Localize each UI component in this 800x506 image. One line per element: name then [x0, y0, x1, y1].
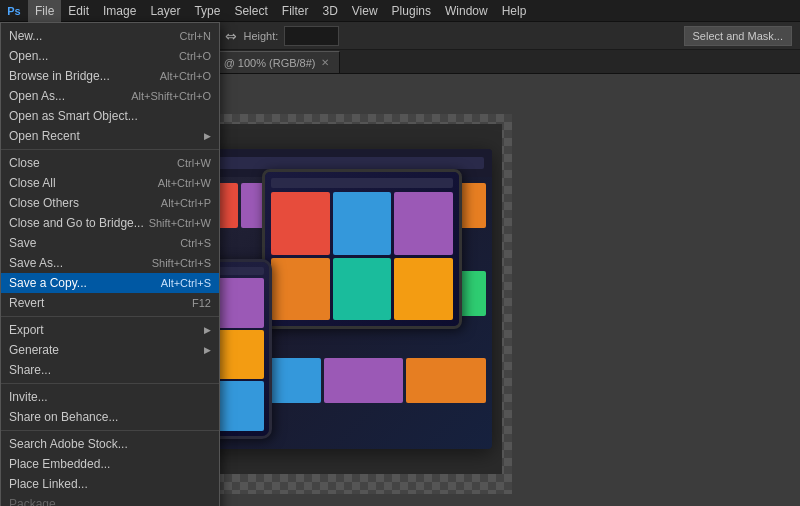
menu-browse-shortcut: Alt+Ctrl+O [160, 70, 211, 82]
menu-open-label: Open... [9, 49, 48, 63]
phone-card-3 [217, 278, 264, 328]
menu-close-bridge[interactable]: Close and Go to Bridge... Shift+Ctrl+W [1, 213, 219, 233]
select-mask-button[interactable]: Select and Mask... [684, 26, 793, 46]
menu-revert-shortcut: F12 [192, 297, 211, 309]
tablet-card-1 [271, 192, 330, 255]
menu-sep-1 [1, 149, 219, 150]
menu-save[interactable]: Save Ctrl+S [1, 233, 219, 253]
menu-invite-label: Invite... [9, 390, 48, 404]
menu-sharebehance-label: Share on Behance... [9, 410, 118, 424]
ps-logo: Ps [4, 0, 24, 22]
menu-bar: Ps File Edit Image Layer Type Select Fil… [0, 0, 800, 22]
tablet-header [271, 178, 453, 188]
menu-share[interactable]: Share... [1, 360, 219, 380]
export-arrow: ▶ [204, 325, 211, 335]
menu-plugins[interactable]: Plugins [385, 0, 438, 22]
inner-card-12 [406, 358, 486, 403]
menu-3d[interactable]: 3D [315, 0, 344, 22]
menu-generate-label: Generate [9, 343, 59, 357]
menu-new[interactable]: New... Ctrl+N [1, 26, 219, 46]
menu-saveas-label: Save As... [9, 256, 63, 270]
menu-open-as[interactable]: Open As... Alt+Shift+Ctrl+O [1, 86, 219, 106]
menu-savecopy-label: Save a Copy... [9, 276, 87, 290]
menu-export-label: Export [9, 323, 44, 337]
menu-new-label: New... [9, 29, 42, 43]
menu-sep-3 [1, 383, 219, 384]
menu-revert[interactable]: Revert F12 [1, 293, 219, 313]
menu-place-linked[interactable]: Place Linked... [1, 474, 219, 494]
menu-closeall-label: Close All [9, 176, 56, 190]
menu-close-others[interactable]: Close Others Alt+Ctrl+P [1, 193, 219, 213]
menu-savecopy-shortcut: Alt+Ctrl+S [161, 277, 211, 289]
menu-package-label: Package... [9, 497, 66, 506]
openrecent-arrow: ▶ [204, 131, 211, 141]
menu-closeothers-label: Close Others [9, 196, 79, 210]
inner-card-11 [324, 358, 404, 403]
menu-closebridge-shortcut: Shift+Ctrl+W [149, 217, 211, 229]
menu-edit[interactable]: Edit [61, 0, 96, 22]
menu-save-as[interactable]: Save As... Shift+Ctrl+S [1, 253, 219, 273]
tablet-card-4 [271, 258, 330, 321]
menu-close-label: Close [9, 156, 40, 170]
menu-saveas-shortcut: Shift+Ctrl+S [152, 257, 211, 269]
menu-close-all[interactable]: Close All Alt+Ctrl+W [1, 173, 219, 193]
tablet-card-2 [333, 192, 392, 255]
file-dropdown-menu: New... Ctrl+N Open... Ctrl+O Browse in B… [0, 22, 220, 506]
phone-card-9 [217, 381, 264, 431]
menu-image[interactable]: Image [96, 0, 143, 22]
file-dropdown-overlay: New... Ctrl+N Open... Ctrl+O Browse in B… [0, 22, 220, 506]
height-input[interactable] [284, 26, 339, 46]
menu-select[interactable]: Select [227, 0, 274, 22]
menu-type[interactable]: Type [187, 0, 227, 22]
menu-placeembedded-label: Place Embedded... [9, 457, 110, 471]
menu-open[interactable]: Open... Ctrl+O [1, 46, 219, 66]
menu-close[interactable]: Close Ctrl+W [1, 153, 219, 173]
tab-close-1[interactable]: ✕ [321, 57, 329, 68]
menu-openas-shortcut: Alt+Shift+Ctrl+O [131, 90, 211, 102]
menu-package: Package... [1, 494, 219, 506]
menu-invite[interactable]: Invite... [1, 387, 219, 407]
menu-save-copy[interactable]: Save a Copy... Alt+Ctrl+S [1, 273, 219, 293]
tablet-grid [271, 192, 453, 320]
menu-save-shortcut: Ctrl+S [180, 237, 211, 249]
menu-file[interactable]: File [28, 0, 61, 22]
tablet-inner [265, 172, 459, 326]
menu-openas-label: Open As... [9, 89, 65, 103]
menu-save-label: Save [9, 236, 36, 250]
menu-closeothers-shortcut: Alt+Ctrl+P [161, 197, 211, 209]
menu-revert-label: Revert [9, 296, 44, 310]
menu-layer[interactable]: Layer [143, 0, 187, 22]
menu-view[interactable]: View [345, 0, 385, 22]
menu-browse-bridge[interactable]: Browse in Bridge... Alt+Ctrl+O [1, 66, 219, 86]
menu-sep-4 [1, 430, 219, 431]
tablet-overlay [262, 169, 462, 329]
menu-closebridge-label: Close and Go to Bridge... [9, 216, 144, 230]
tablet-card-6 [394, 258, 453, 321]
phone-card-6 [217, 330, 264, 380]
menu-share-label: Share... [9, 363, 51, 377]
menu-searchstock-label: Search Adobe Stock... [9, 437, 128, 451]
menu-open-smart[interactable]: Open as Smart Object... [1, 106, 219, 126]
menu-help[interactable]: Help [495, 0, 534, 22]
menu-sep-2 [1, 316, 219, 317]
menu-closeall-shortcut: Alt+Ctrl+W [158, 177, 211, 189]
menu-export[interactable]: Export ▶ [1, 320, 219, 340]
menu-window[interactable]: Window [438, 0, 495, 22]
menu-filter[interactable]: Filter [275, 0, 316, 22]
menu-open-shortcut: Ctrl+O [179, 50, 211, 62]
menu-close-shortcut: Ctrl+W [177, 157, 211, 169]
menu-new-shortcut: Ctrl+N [180, 30, 211, 42]
generate-arrow: ▶ [204, 345, 211, 355]
height-label: Height: [243, 30, 278, 42]
menu-openrecent-label: Open Recent [9, 129, 80, 143]
menu-browse-label: Browse in Bridge... [9, 69, 110, 83]
menu-place-embedded[interactable]: Place Embedded... [1, 454, 219, 474]
menu-placelinked-label: Place Linked... [9, 477, 88, 491]
menu-search-stock[interactable]: Search Adobe Stock... [1, 434, 219, 454]
tablet-card-5 [333, 258, 392, 321]
tablet-card-3 [394, 192, 453, 255]
menu-generate[interactable]: Generate ▶ [1, 340, 219, 360]
menu-opensmart-label: Open as Smart Object... [9, 109, 138, 123]
menu-share-behance[interactable]: Share on Behance... [1, 407, 219, 427]
menu-open-recent[interactable]: Open Recent ▶ [1, 126, 219, 146]
